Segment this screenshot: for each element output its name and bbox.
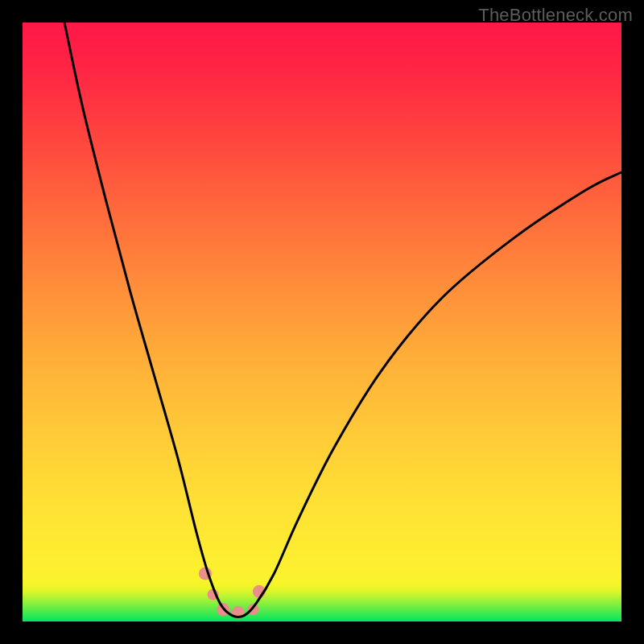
chart-svg (0, 0, 644, 644)
chart-background-gradient (23, 23, 621, 621)
attribution-watermark: TheBottleneck.com (478, 5, 633, 26)
chart-canvas: TheBottleneck.com (0, 0, 644, 644)
